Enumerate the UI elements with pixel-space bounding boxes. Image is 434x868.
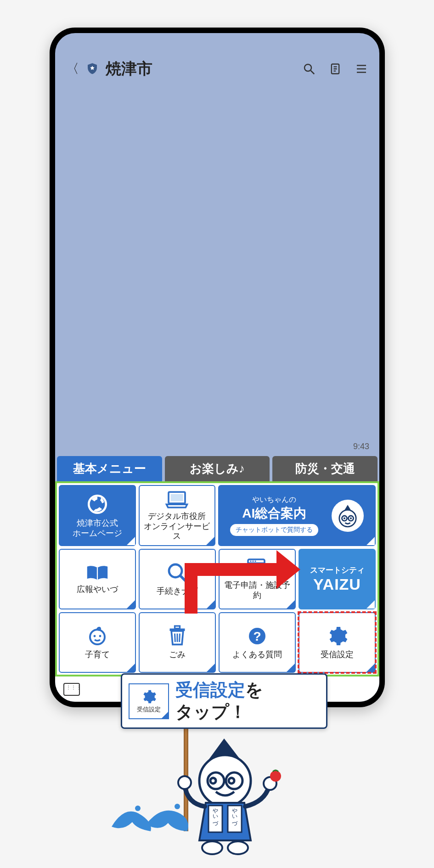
tile-label: 子育て xyxy=(85,650,110,660)
tile-faq[interactable]: ? よくある質問 xyxy=(219,612,296,673)
mascot-avatar-icon xyxy=(332,500,364,532)
tile-receive-settings[interactable]: 受信設定 xyxy=(299,612,376,673)
tile-official-homepage[interactable]: 焼津市公式ホームページ xyxy=(59,485,136,546)
svg-point-46 xyxy=(270,771,281,782)
book-icon xyxy=(85,564,110,582)
trash-icon xyxy=(167,625,187,647)
sign-mini-tile: 受信設定 xyxy=(129,683,169,719)
instruction-signboard: 受信設定 受信設定を タップ！ xyxy=(121,673,327,729)
ai-chip-text: チャットボットで質問する xyxy=(230,524,318,536)
tile-label: デジタル市役所オンラインサービス xyxy=(141,512,213,541)
magnify-icon xyxy=(166,562,188,584)
tab-fun[interactable]: お楽しみ♪ xyxy=(165,456,270,481)
tile-public-relations[interactable]: 広報やいづ xyxy=(59,549,136,609)
hamburger-icon[interactable] xyxy=(355,62,368,76)
tile-label: 受信設定 xyxy=(321,650,354,660)
svg-point-23 xyxy=(252,561,254,562)
chat-title: 焼津市 xyxy=(106,58,296,79)
tile-label: よくある質問 xyxy=(232,650,282,660)
gear-icon xyxy=(141,689,157,705)
mascot-character-icon: やいづ やいづ xyxy=(164,735,302,859)
tile-label: ごみ xyxy=(169,650,186,660)
sign-text: 受信設定を タップ！ xyxy=(175,679,263,723)
chat-body[interactable]: 9:43 xyxy=(55,84,379,456)
svg-point-27 xyxy=(99,635,101,637)
ai-mid-text: AI総合案内 xyxy=(242,505,306,522)
search-icon[interactable] xyxy=(302,62,316,76)
svg-line-19 xyxy=(180,576,186,581)
circle-logo-icon xyxy=(86,493,109,516)
svg-line-32 xyxy=(180,634,180,642)
svg-rect-29 xyxy=(175,626,180,629)
svg-point-48 xyxy=(228,841,248,854)
svg-point-26 xyxy=(94,635,96,637)
svg-point-16 xyxy=(350,517,352,519)
svg-text:?: ? xyxy=(253,629,261,643)
tile-label: 焼津市公式ホームページ xyxy=(73,519,122,538)
tile-smart-city[interactable]: スマートシティ YAIZU xyxy=(299,549,376,609)
tile-procedure-navi[interactable]: 手続きナビ xyxy=(139,549,216,609)
phone-frame: 〈 焼津市 9:43 基本メニュー お楽しみ♪ 防災・交通 xyxy=(50,28,385,707)
notes-icon[interactable] xyxy=(329,62,342,76)
sign-tile-label: 受信設定 xyxy=(137,705,161,714)
keyboard-icon[interactable] xyxy=(63,683,80,696)
svg-point-25 xyxy=(90,630,105,644)
tile-label: 手続きナビ xyxy=(157,586,198,597)
status-bar xyxy=(55,33,379,54)
gear-icon xyxy=(326,625,348,647)
tab-disaster-traffic[interactable]: 防災・交通 xyxy=(272,456,378,481)
tile-garbage[interactable]: ごみ xyxy=(139,612,216,673)
svg-point-0 xyxy=(304,64,311,71)
baby-icon xyxy=(86,625,108,647)
svg-rect-11 xyxy=(171,494,183,502)
question-icon: ? xyxy=(246,625,268,647)
browser-cursor-icon xyxy=(246,558,269,578)
tile-digital-cityhall[interactable]: デジタル市役所オンラインサービス xyxy=(139,485,216,546)
rich-menu-grid: 焼津市公式ホームページ デジタル市役所オンラインサービス やいちゃんの AI総合… xyxy=(55,481,379,676)
back-icon[interactable]: 〈 xyxy=(66,60,79,78)
svg-text:やいづ: やいづ xyxy=(231,804,238,826)
message-timestamp: 9:43 xyxy=(353,442,369,451)
svg-line-30 xyxy=(175,634,175,642)
laptop-icon xyxy=(164,490,189,509)
tab-basic-menu[interactable]: 基本メニュー xyxy=(57,456,162,481)
svg-point-47 xyxy=(202,841,222,854)
tile-ai-guide[interactable]: やいちゃんの AI総合案内 チャットボットで質問する xyxy=(218,485,376,546)
verified-shield-icon xyxy=(85,62,99,76)
rich-menu-tabs: 基本メニュー お楽しみ♪ 防災・交通 xyxy=(55,456,379,481)
tile-e-application[interactable]: 電子申請・施設予約 xyxy=(219,549,296,609)
svg-point-18 xyxy=(169,564,182,577)
svg-text:やいづ: やいづ xyxy=(212,804,219,826)
svg-point-24 xyxy=(254,561,256,562)
chat-header: 〈 焼津市 xyxy=(55,54,379,84)
tile-label: 電子申請・施設予約 xyxy=(221,581,293,600)
tile-label: 広報やいづ xyxy=(77,585,118,595)
svg-point-35 xyxy=(135,806,141,811)
smartcity-big: YAIZU xyxy=(313,575,361,593)
ai-top-text: やいちゃんの xyxy=(252,495,296,505)
svg-point-22 xyxy=(250,561,251,562)
svg-point-15 xyxy=(344,517,345,519)
phone-screen: 〈 焼津市 9:43 基本メニュー お楽しみ♪ 防災・交通 xyxy=(55,33,379,702)
svg-line-1 xyxy=(311,71,315,74)
svg-point-44 xyxy=(178,776,191,789)
tile-childcare[interactable]: 子育て xyxy=(59,612,136,673)
smartcity-top: スマートシティ xyxy=(310,565,365,575)
